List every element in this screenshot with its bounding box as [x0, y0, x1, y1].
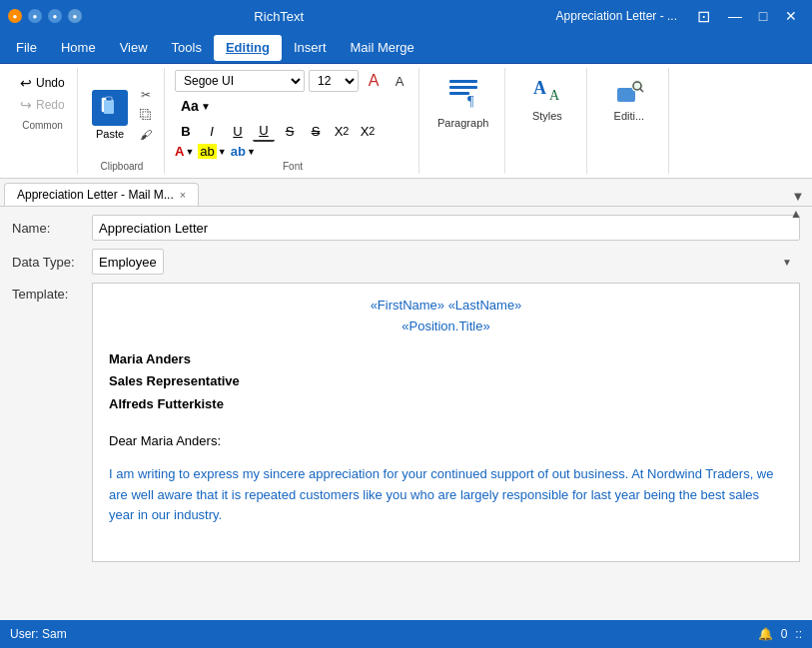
- text-effect-button[interactable]: ab ▼: [231, 144, 256, 159]
- styles-icon: A A: [529, 74, 565, 110]
- svg-rect-5: [449, 92, 469, 95]
- svg-rect-3: [449, 80, 477, 83]
- name-label: Name:: [12, 221, 92, 236]
- contact-company: Alfreds Futterkiste: [109, 394, 783, 415]
- copy-button[interactable]: ⿻: [136, 106, 156, 124]
- undo-button[interactable]: ↩ Undo: [16, 72, 69, 94]
- change-case-button[interactable]: Aa ▼: [175, 95, 217, 117]
- ribbon: ↩ Undo ↪ Redo Common: [0, 64, 812, 179]
- redo-button[interactable]: ↪ Redo: [16, 94, 69, 116]
- clipboard-group: Paste ✂ ⿻ 🖌 Clipboard: [80, 68, 165, 174]
- merge-line1: «FirstName» «LastName»: [109, 296, 783, 317]
- svg-rect-9: [617, 88, 635, 102]
- menu-tools[interactable]: Tools: [160, 35, 214, 61]
- svg-rect-4: [449, 86, 477, 89]
- svg-rect-2: [106, 97, 112, 101]
- font-size-select[interactable]: 12: [309, 70, 359, 92]
- clipboard-content: Paste ✂ ⿻ 🖌: [88, 70, 156, 159]
- font-row1: Segoe UI 12 A A: [175, 70, 410, 92]
- tab-appreciation-letter[interactable]: Appreciation Letter - Mail M... ×: [4, 183, 199, 206]
- doc-title: Appreciation Letter - ...: [556, 9, 677, 23]
- menu-file[interactable]: File: [4, 35, 49, 61]
- statusbar: User: Sam 🔔 0 ::: [0, 620, 812, 648]
- ribbon-collapse-button[interactable]: ▲: [788, 206, 804, 222]
- app-name: RichText: [2, 9, 556, 24]
- redo-label: Redo: [36, 98, 65, 112]
- datatype-select[interactable]: Employee: [92, 249, 164, 275]
- paragraph-button[interactable]: ¶ Paragraph: [429, 70, 496, 133]
- svg-text:A: A: [549, 88, 560, 103]
- undo-label: Undo: [36, 76, 65, 90]
- paste-icon: [92, 90, 128, 126]
- datatype-field-row: Data Type: Employee: [12, 249, 800, 275]
- letter-paragraph: I am writing to express my sincere appre…: [109, 464, 783, 526]
- cut-button[interactable]: ✂: [136, 86, 156, 104]
- superscript-button[interactable]: X2: [331, 120, 353, 142]
- clipboard-side-buttons: ✂ ⿻ 🖌: [136, 86, 156, 144]
- merge-line2: «Position.Title»: [109, 317, 783, 337]
- menu-insert[interactable]: Insert: [282, 35, 339, 61]
- common-label: Common: [16, 120, 69, 131]
- ribbon-undo-group: ↩ Undo ↪ Redo Common: [8, 68, 78, 174]
- template-section: Template: «FirstName» «LastName» «Positi…: [12, 283, 800, 562]
- editing-icon: [611, 74, 647, 110]
- menubar: File Home View Tools Editing Insert Mail…: [0, 32, 812, 64]
- paste-button[interactable]: Paste: [88, 88, 132, 142]
- styles-label: Styles: [532, 110, 562, 122]
- styles-group: A A Styles: [507, 68, 587, 174]
- contact-title: Sales Representative: [109, 371, 783, 392]
- styles-button[interactable]: A A Styles: [521, 70, 573, 126]
- datatype-label: Data Type:: [12, 255, 92, 270]
- font-color-button[interactable]: A ▼: [175, 144, 194, 159]
- statusbar-right: 🔔 0 ::: [758, 627, 802, 641]
- minimize-button[interactable]: —: [722, 6, 748, 26]
- name-input[interactable]: [92, 215, 800, 241]
- close-button[interactable]: ✕: [778, 6, 804, 26]
- resize-handle[interactable]: ::: [795, 627, 802, 641]
- redo-arrow-icon: ↪: [20, 97, 32, 113]
- template-editor[interactable]: «FirstName» «LastName» «Position.Title» …: [92, 283, 800, 562]
- svg-rect-1: [104, 100, 114, 114]
- font-row3: B I U U S S X2 X2: [175, 120, 410, 142]
- tab-strip: Appreciation Letter - Mail M... × ▼: [0, 179, 812, 207]
- font-grow-button[interactable]: A: [363, 70, 385, 92]
- datatype-select-wrapper: Employee: [92, 249, 800, 275]
- italic-button[interactable]: I: [201, 120, 223, 142]
- font-group: Segoe UI 12 A A Aa ▼ B I U U S S: [167, 68, 419, 174]
- clipboard-label: Clipboard: [88, 161, 156, 172]
- strikethrough-button[interactable]: S: [279, 120, 301, 142]
- merge-fields-block: «FirstName» «LastName» «Position.Title»: [109, 296, 783, 337]
- svg-text:A: A: [533, 78, 546, 98]
- menu-mailmerge[interactable]: Mail Merge: [339, 35, 426, 61]
- format-painter-button[interactable]: 🖌: [136, 126, 156, 144]
- highlight-button[interactable]: ab ▼: [198, 144, 226, 159]
- paste-label: Paste: [96, 128, 124, 140]
- paragraph-icon: ¶: [445, 74, 481, 117]
- tab-close-button[interactable]: ×: [180, 189, 186, 201]
- notification-count: 0: [781, 627, 788, 641]
- underline-button[interactable]: U: [227, 120, 249, 142]
- paragraph-group: ¶ Paragraph: [421, 68, 505, 174]
- bell-icon[interactable]: 🔔: [758, 627, 773, 641]
- letter-body: Maria Anders Sales Representative Alfred…: [109, 349, 783, 527]
- font-shrink-button[interactable]: A: [389, 70, 410, 92]
- svg-text:¶: ¶: [467, 94, 474, 109]
- underline2-button[interactable]: U: [253, 120, 275, 142]
- subscript-button[interactable]: X2: [357, 120, 379, 142]
- tab-dropdown-button[interactable]: ▼: [788, 186, 808, 206]
- window-controls: — □ ✕: [722, 6, 804, 26]
- fullscreen-icon[interactable]: ⊡: [697, 7, 710, 26]
- menu-editing[interactable]: Editing: [214, 35, 282, 61]
- font-label: Font: [175, 161, 410, 172]
- menu-view[interactable]: View: [108, 35, 160, 61]
- editing-button[interactable]: Editi...: [603, 70, 655, 126]
- maximize-button[interactable]: □: [750, 6, 776, 26]
- main-content: Name: Data Type: Employee Template: «Fir…: [0, 207, 812, 648]
- bold-button[interactable]: B: [175, 120, 197, 142]
- menu-home[interactable]: Home: [49, 35, 108, 61]
- font-name-select[interactable]: Segoe UI: [175, 70, 305, 92]
- strikethrough2-button[interactable]: S: [305, 120, 327, 142]
- editing-label: Editi...: [614, 110, 645, 122]
- undo-arrow-icon: ↩: [20, 75, 32, 91]
- editing-group: Editi...: [589, 68, 669, 174]
